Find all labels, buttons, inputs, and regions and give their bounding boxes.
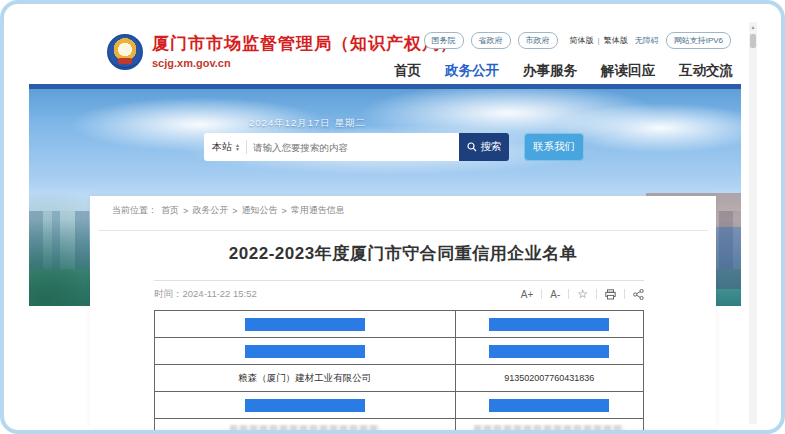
company-table: 粮森（厦门）建材工业有限公司913502007760431836 (154, 310, 644, 433)
site-header: 厦门市市场监督管理局（知识产权局） scjg.xm.gov.cn 国务院 省政府… (29, 22, 741, 84)
link-accessibility[interactable]: 无障碍 (635, 35, 659, 46)
divider (246, 140, 247, 154)
table-row: 粮森（厦门）建材工业有限公司913502007760431836 (155, 365, 643, 392)
table-row (155, 338, 643, 365)
vertical-scrollbar[interactable]: ▲ (749, 22, 757, 424)
nav-gov-disclosure[interactable]: 政务公开 (445, 62, 499, 80)
link-city-gov[interactable]: 市政府 (518, 32, 558, 49)
share-icon[interactable] (633, 289, 644, 300)
breadcrumb-separator: > (282, 206, 287, 216)
article-card: 当前位置： 首页 > 政务公开 > 通知公告 > 常用通告信息 2022-202… (90, 196, 716, 428)
redaction-bar (245, 318, 365, 331)
search-button[interactable]: 搜索 (459, 133, 509, 161)
table-cell-cutoff (155, 419, 456, 433)
breadcrumb-separator: > (232, 206, 237, 216)
redaction-bar (245, 345, 365, 358)
breadcrumb-prefix: 当前位置： (112, 204, 157, 217)
divider (541, 289, 542, 299)
link-traditional-chinese[interactable]: 繁体版 (604, 35, 628, 46)
redaction-bar (245, 399, 365, 412)
table-cell-redacted (456, 338, 643, 364)
divider (568, 289, 569, 299)
breadcrumb-notices[interactable]: 通知公告 (242, 204, 278, 217)
font-decrease-button[interactable]: A- (550, 289, 560, 300)
screenshot-frame: 2024年12月17日 星期二 本站 ▲▼ 搜索 联系我们 厦门市市场监督管理局… (0, 0, 785, 434)
nav-services[interactable]: 办事服务 (523, 62, 577, 80)
redaction-bar (489, 318, 609, 331)
divider (98, 230, 708, 231)
table-cell-redacted (155, 338, 456, 364)
nav-home[interactable]: 首页 (394, 62, 421, 80)
breadcrumb-gov-disclosure[interactable]: 政务公开 (192, 204, 228, 217)
main-navigation: 首页 政务公开 办事服务 解读回应 互动交流 (394, 62, 733, 80)
scrollbar-thumb[interactable] (750, 34, 756, 48)
article-meta-row: 时间：2024-11-22 15:52 A+ A- ☆ (154, 286, 644, 302)
table-row (155, 419, 643, 433)
redaction-bar (489, 399, 609, 412)
breadcrumb-current[interactable]: 常用通告信息 (291, 204, 345, 217)
table-cell-redacted (155, 311, 456, 337)
print-icon[interactable] (605, 289, 616, 300)
time-label: 时间： (154, 288, 183, 299)
table-cell-text: 粮森（厦门）建材工业有限公司 (155, 365, 456, 391)
divider (596, 289, 597, 299)
breadcrumb: 当前位置： 首页 > 政务公开 > 通知公告 > 常用通告信息 (112, 204, 345, 217)
top-utility-links: 国务院 省政府 市政府 简体版 | 繁体版 无障碍 网站支持IPV6 (424, 32, 731, 49)
divider: | (598, 36, 600, 45)
font-increase-button[interactable]: A+ (521, 289, 534, 300)
table-row (155, 392, 643, 419)
article-tools: A+ A- ☆ (521, 289, 644, 300)
breadcrumb-home[interactable]: 首页 (161, 204, 179, 217)
link-state-council[interactable]: 国务院 (424, 32, 464, 49)
search-scope-value: 本站 (212, 140, 232, 154)
nav-interaction[interactable]: 互动交流 (679, 62, 733, 80)
search-scope-select[interactable]: 本站 ▲▼ (212, 140, 240, 154)
search-box: 本站 ▲▼ (204, 133, 459, 161)
contact-us-button[interactable]: 联系我们 (524, 133, 584, 161)
scrollbar-up-arrow-icon[interactable]: ▲ (749, 24, 757, 30)
divider (624, 289, 625, 299)
article-title: 2022-2023年度厦门市守合同重信用企业名单 (90, 242, 716, 265)
search-input[interactable] (253, 142, 451, 153)
favorite-star-icon[interactable]: ☆ (577, 289, 588, 299)
search-bar: 本站 ▲▼ 搜索 (204, 133, 509, 161)
select-caret-icon: ▲▼ (235, 143, 240, 151)
breadcrumb-separator: > (183, 206, 188, 216)
link-simplified-chinese[interactable]: 简体版 (570, 35, 594, 46)
nav-interpretation[interactable]: 解读回应 (601, 62, 655, 80)
search-button-label: 搜索 (481, 140, 502, 154)
cutoff-text-smudge (474, 425, 624, 433)
table-cell-redacted (456, 392, 643, 418)
divider (154, 280, 644, 281)
table-cell-cutoff (456, 419, 643, 433)
table-row (155, 311, 643, 338)
search-icon (467, 142, 477, 152)
cutoff-text-smudge (230, 425, 380, 433)
table-cell-redacted (456, 311, 643, 337)
redaction-bar (489, 345, 609, 358)
link-province-gov[interactable]: 省政府 (471, 32, 511, 49)
agency-emblem-icon (107, 34, 143, 70)
table-cell-text: 913502007760431836 (456, 365, 643, 391)
publish-time: 2024-11-22 15:52 (183, 288, 257, 299)
table-cell-redacted (155, 392, 456, 418)
site-title: 厦门市市场监督管理局（知识产权局） (152, 34, 458, 54)
ipv6-badge: 网站支持IPV6 (666, 32, 731, 49)
current-date: 2024年12月17日 星期二 (29, 117, 586, 130)
